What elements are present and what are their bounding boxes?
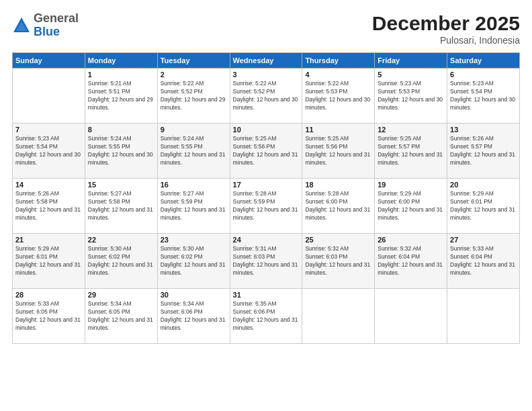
day-number: 21 xyxy=(15,236,82,244)
day-number: 14 xyxy=(15,181,82,189)
cell-4-3: 31 Sunrise: 5:35 AMSunset: 6:06 PMDaylig… xyxy=(230,289,302,344)
week-row-2: 14 Sunrise: 5:26 AMSunset: 5:58 PMDaylig… xyxy=(13,179,520,234)
day-number: 24 xyxy=(233,236,300,244)
cell-info: Sunrise: 5:29 AMSunset: 6:01 PMDaylight:… xyxy=(15,245,82,277)
cell-1-4: 11 Sunrise: 5:25 AMSunset: 5:56 PMDaylig… xyxy=(302,124,375,179)
cell-info: Sunrise: 5:31 AMSunset: 6:03 PMDaylight:… xyxy=(233,245,300,277)
cell-info: Sunrise: 5:26 AMSunset: 5:57 PMDaylight:… xyxy=(450,135,517,167)
cell-1-3: 10 Sunrise: 5:25 AMSunset: 5:56 PMDaylig… xyxy=(230,124,302,179)
cell-1-0: 7 Sunrise: 5:23 AMSunset: 5:54 PMDayligh… xyxy=(13,124,85,179)
cell-3-5: 26 Sunrise: 5:32 AMSunset: 6:04 PMDaylig… xyxy=(375,234,447,289)
cell-info: Sunrise: 5:27 AMSunset: 5:59 PMDaylight:… xyxy=(161,190,227,222)
cell-0-0 xyxy=(13,68,85,124)
cell-0-2: 2 Sunrise: 5:22 AMSunset: 5:52 PMDayligh… xyxy=(157,68,230,124)
cell-1-2: 9 Sunrise: 5:24 AMSunset: 5:55 PMDayligh… xyxy=(157,124,230,179)
cell-0-5: 5 Sunrise: 5:23 AMSunset: 5:53 PMDayligh… xyxy=(375,68,447,124)
week-row-0: 1 Sunrise: 5:21 AMSunset: 5:51 PMDayligh… xyxy=(13,68,520,124)
cell-3-0: 21 Sunrise: 5:29 AMSunset: 6:01 PMDaylig… xyxy=(13,234,85,289)
cell-4-4 xyxy=(302,289,375,344)
day-number: 19 xyxy=(378,181,444,189)
day-number: 29 xyxy=(88,291,154,299)
day-number: 17 xyxy=(233,181,300,189)
day-number: 3 xyxy=(233,71,300,79)
cell-2-3: 17 Sunrise: 5:28 AMSunset: 5:59 PMDaylig… xyxy=(230,179,302,234)
cell-info: Sunrise: 5:24 AMSunset: 5:55 PMDaylight:… xyxy=(161,135,227,167)
cell-info: Sunrise: 5:32 AMSunset: 6:03 PMDaylight:… xyxy=(305,245,371,277)
cell-info: Sunrise: 5:23 AMSunset: 5:54 PMDaylight:… xyxy=(15,135,82,167)
cell-info: Sunrise: 5:22 AMSunset: 5:53 PMDaylight:… xyxy=(305,80,371,112)
day-number: 23 xyxy=(161,236,227,244)
cell-0-4: 4 Sunrise: 5:22 AMSunset: 5:53 PMDayligh… xyxy=(302,68,375,124)
col-thursday: Thursday xyxy=(302,53,375,68)
cell-info: Sunrise: 5:33 AMSunset: 6:05 PMDaylight:… xyxy=(15,300,82,332)
col-saturday: Saturday xyxy=(447,53,520,68)
cell-info: Sunrise: 5:34 AMSunset: 6:05 PMDaylight:… xyxy=(88,300,154,332)
cell-info: Sunrise: 5:29 AMSunset: 6:01 PMDaylight:… xyxy=(450,190,517,222)
logo-icon xyxy=(12,16,31,35)
cell-info: Sunrise: 5:28 AMSunset: 6:00 PMDaylight:… xyxy=(305,190,371,222)
day-number: 2 xyxy=(161,71,227,79)
day-number: 28 xyxy=(15,291,82,299)
cell-info: Sunrise: 5:35 AMSunset: 6:06 PMDaylight:… xyxy=(233,300,300,332)
day-number: 27 xyxy=(450,236,517,244)
cell-info: Sunrise: 5:28 AMSunset: 5:59 PMDaylight:… xyxy=(233,190,300,222)
cell-1-5: 12 Sunrise: 5:25 AMSunset: 5:57 PMDaylig… xyxy=(375,124,447,179)
cell-4-2: 30 Sunrise: 5:34 AMSunset: 6:06 PMDaylig… xyxy=(157,289,230,344)
cell-2-0: 14 Sunrise: 5:26 AMSunset: 5:58 PMDaylig… xyxy=(13,179,85,234)
day-number: 5 xyxy=(378,71,444,79)
cell-2-6: 20 Sunrise: 5:29 AMSunset: 6:01 PMDaylig… xyxy=(447,179,520,234)
title-block: December 2025 Pulosari, Indonesia xyxy=(372,12,520,46)
day-number: 4 xyxy=(305,71,371,79)
cell-3-3: 24 Sunrise: 5:31 AMSunset: 6:03 PMDaylig… xyxy=(230,234,302,289)
cell-info: Sunrise: 5:25 AMSunset: 5:56 PMDaylight:… xyxy=(305,135,371,167)
cell-2-4: 18 Sunrise: 5:28 AMSunset: 6:00 PMDaylig… xyxy=(302,179,375,234)
day-number: 7 xyxy=(15,126,82,134)
day-number: 16 xyxy=(161,181,227,189)
cell-info: Sunrise: 5:32 AMSunset: 6:04 PMDaylight:… xyxy=(378,245,444,277)
day-number: 8 xyxy=(88,126,154,134)
day-number: 20 xyxy=(450,181,517,189)
day-number: 18 xyxy=(305,181,371,189)
day-number: 11 xyxy=(305,126,371,134)
cell-info: Sunrise: 5:27 AMSunset: 5:58 PMDaylight:… xyxy=(88,190,154,222)
cell-2-5: 19 Sunrise: 5:29 AMSunset: 6:00 PMDaylig… xyxy=(375,179,447,234)
col-sunday: Sunday xyxy=(13,53,85,68)
cell-4-6 xyxy=(447,289,520,344)
cell-4-0: 28 Sunrise: 5:33 AMSunset: 6:05 PMDaylig… xyxy=(13,289,85,344)
cell-info: Sunrise: 5:29 AMSunset: 6:00 PMDaylight:… xyxy=(378,190,444,222)
month-title: December 2025 xyxy=(372,12,520,35)
week-row-4: 28 Sunrise: 5:33 AMSunset: 6:05 PMDaylig… xyxy=(13,289,520,344)
cell-3-2: 23 Sunrise: 5:30 AMSunset: 6:02 PMDaylig… xyxy=(157,234,230,289)
cell-0-1: 1 Sunrise: 5:21 AMSunset: 5:51 PMDayligh… xyxy=(85,68,157,124)
col-friday: Friday xyxy=(375,53,447,68)
cell-info: Sunrise: 5:22 AMSunset: 5:52 PMDaylight:… xyxy=(233,80,300,112)
cell-3-6: 27 Sunrise: 5:33 AMSunset: 6:04 PMDaylig… xyxy=(447,234,520,289)
day-number: 31 xyxy=(233,291,300,299)
cell-info: Sunrise: 5:25 AMSunset: 5:57 PMDaylight:… xyxy=(378,135,444,167)
cell-info: Sunrise: 5:26 AMSunset: 5:58 PMDaylight:… xyxy=(15,190,82,222)
cell-1-1: 8 Sunrise: 5:24 AMSunset: 5:55 PMDayligh… xyxy=(85,124,157,179)
col-tuesday: Tuesday xyxy=(157,53,230,68)
cell-2-2: 16 Sunrise: 5:27 AMSunset: 5:59 PMDaylig… xyxy=(157,179,230,234)
day-number: 1 xyxy=(88,71,154,79)
cell-3-4: 25 Sunrise: 5:32 AMSunset: 6:03 PMDaylig… xyxy=(302,234,375,289)
cell-0-6: 6 Sunrise: 5:23 AMSunset: 5:54 PMDayligh… xyxy=(447,68,520,124)
day-number: 26 xyxy=(378,236,444,244)
cell-info: Sunrise: 5:23 AMSunset: 5:54 PMDaylight:… xyxy=(450,80,517,112)
cell-info: Sunrise: 5:30 AMSunset: 6:02 PMDaylight:… xyxy=(161,245,227,277)
week-row-1: 7 Sunrise: 5:23 AMSunset: 5:54 PMDayligh… xyxy=(13,124,520,179)
cell-1-6: 13 Sunrise: 5:26 AMSunset: 5:57 PMDaylig… xyxy=(447,124,520,179)
cell-4-5 xyxy=(375,289,447,344)
day-number: 25 xyxy=(305,236,371,244)
cell-info: Sunrise: 5:25 AMSunset: 5:56 PMDaylight:… xyxy=(233,135,300,167)
header-row: Sunday Monday Tuesday Wednesday Thursday… xyxy=(13,53,520,68)
calendar-table: Sunday Monday Tuesday Wednesday Thursday… xyxy=(12,52,520,344)
logo-blue: Blue xyxy=(34,25,60,38)
day-number: 6 xyxy=(450,71,517,79)
logo-general: General xyxy=(34,11,79,25)
col-wednesday: Wednesday xyxy=(230,53,302,68)
cell-info: Sunrise: 5:21 AMSunset: 5:51 PMDaylight:… xyxy=(88,80,154,112)
location-subtitle: Pulosari, Indonesia xyxy=(372,35,520,46)
day-number: 12 xyxy=(378,126,444,134)
cell-info: Sunrise: 5:22 AMSunset: 5:52 PMDaylight:… xyxy=(161,80,227,112)
